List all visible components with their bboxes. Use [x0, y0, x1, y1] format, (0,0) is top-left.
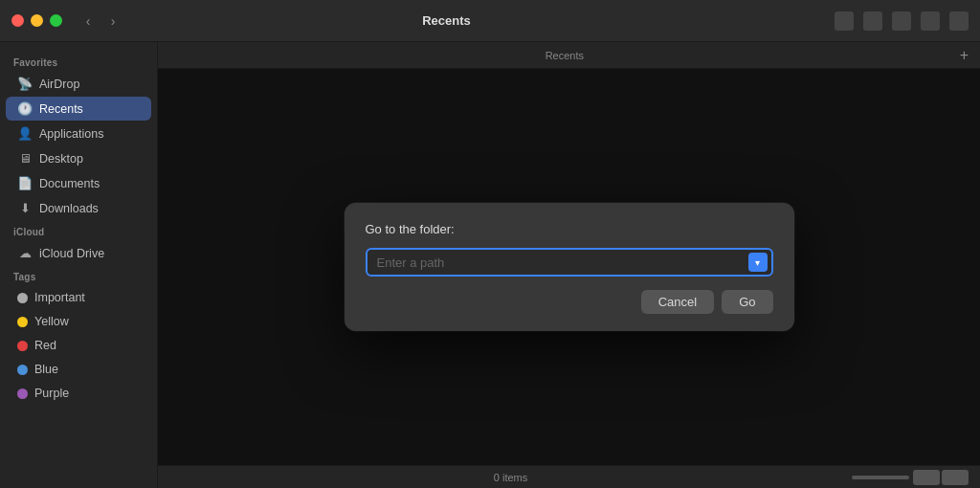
dialog-title: Go to the folder:: [366, 222, 773, 236]
sidebar-item-icloud-drive[interactable]: ☁ iCloud Drive: [6, 241, 151, 265]
yellow-label: Yellow: [34, 315, 69, 328]
size-btn-large[interactable]: [942, 470, 969, 485]
status-bar: 0 items: [158, 465, 980, 488]
go-button[interactable]: Go: [722, 290, 772, 314]
toolbar-icon-4[interactable]: [921, 11, 940, 31]
status-right: [852, 470, 969, 485]
purple-label: Purple: [34, 387, 69, 400]
sidebar-item-downloads[interactable]: ⬇ Downloads: [6, 196, 151, 220]
goto-folder-dialog: Go to the folder: ▾ Cancel Go: [345, 203, 794, 331]
sidebar-item-blue[interactable]: Blue: [6, 358, 151, 381]
airdrop-label: AirDrop: [39, 78, 79, 91]
sidebar-section-icloud: iCloud ☁ iCloud Drive: [0, 221, 157, 265]
desktop-icon: 🖥: [17, 151, 33, 166]
downloads-icon: ⬇: [17, 201, 33, 215]
sidebar-item-yellow[interactable]: Yellow: [6, 310, 151, 333]
toolbar-icon-1[interactable]: [835, 11, 854, 31]
toolbar-icon-2[interactable]: [863, 11, 882, 31]
sidebar-item-important[interactable]: Important: [6, 286, 151, 309]
close-button[interactable]: [11, 14, 24, 27]
purple-tag-dot: [17, 388, 28, 399]
important-label: Important: [34, 291, 85, 304]
airdrop-icon: 📡: [17, 77, 33, 91]
blue-tag-dot: [17, 365, 28, 375]
breadcrumb-plus-button[interactable]: +: [960, 47, 969, 64]
sidebar-item-recents[interactable]: 🕐 Recents: [6, 97, 151, 121]
item-count: 0 items: [169, 472, 852, 483]
main-content: Favorites 📡 AirDrop 🕐 Recents 👤 Applicat…: [0, 42, 980, 488]
red-label: Red: [34, 339, 56, 352]
path-input[interactable]: [366, 248, 773, 277]
zoom-slider[interactable]: [852, 476, 909, 479]
modal-overlay: Go to the folder: ▾ Cancel Go: [158, 69, 980, 465]
recents-icon: 🕐: [17, 101, 33, 116]
cancel-button[interactable]: Cancel: [641, 290, 714, 314]
minimize-button[interactable]: [31, 14, 43, 27]
title-bar: ‹ › Recents: [0, 0, 980, 42]
documents-icon: 📄: [17, 176, 33, 190]
file-area: Go to the folder: ▾ Cancel Go: [158, 69, 980, 465]
breadcrumb-text: Recents: [169, 50, 960, 61]
path-input-wrapper: ▾: [366, 248, 773, 277]
right-panel: Recents + Go to the folder: ▾ Cancel Go: [158, 42, 980, 488]
icloud-label: iCloud: [0, 221, 157, 240]
breadcrumb-bar: Recents +: [158, 42, 980, 69]
desktop-label: Desktop: [39, 152, 83, 166]
sidebar-item-documents[interactable]: 📄 Documents: [6, 171, 151, 195]
sidebar-item-airdrop[interactable]: 📡 AirDrop: [6, 72, 151, 96]
size-btn-small[interactable]: [913, 470, 940, 485]
blue-label: Blue: [34, 363, 58, 376]
traffic-lights: [11, 14, 62, 27]
sidebar-section-tags: Tags Important Yellow Red Blue Purple: [0, 266, 157, 405]
downloads-label: Downloads: [39, 202, 99, 215]
sidebar: Favorites 📡 AirDrop 🕐 Recents 👤 Applicat…: [0, 42, 158, 488]
size-buttons: [913, 470, 969, 485]
applications-icon: 👤: [17, 126, 33, 141]
toolbar-icons: [835, 11, 969, 31]
documents-label: Documents: [39, 177, 100, 190]
yellow-tag-dot: [17, 317, 28, 327]
favorites-label: Favorites: [0, 52, 157, 71]
dialog-buttons: Cancel Go: [366, 290, 773, 314]
icloud-drive-icon: ☁: [17, 246, 33, 260]
icloud-drive-label: iCloud Drive: [39, 247, 104, 260]
red-tag-dot: [17, 341, 28, 351]
dropdown-arrow-icon[interactable]: ▾: [748, 253, 768, 272]
applications-label: Applications: [39, 127, 103, 141]
important-tag-dot: [17, 293, 28, 303]
sidebar-item-purple[interactable]: Purple: [6, 382, 151, 405]
tags-label: Tags: [0, 266, 157, 285]
window-title: Recents: [58, 13, 835, 28]
toolbar-icon-5[interactable]: [949, 11, 969, 31]
sidebar-item-red[interactable]: Red: [6, 334, 151, 357]
sidebar-section-favorites: Favorites 📡 AirDrop 🕐 Recents 👤 Applicat…: [0, 52, 157, 220]
sidebar-item-applications[interactable]: 👤 Applications: [6, 122, 151, 145]
toolbar-icon-3[interactable]: [892, 11, 911, 31]
sidebar-item-desktop[interactable]: 🖥 Desktop: [6, 146, 151, 170]
recents-label: Recents: [39, 102, 83, 116]
